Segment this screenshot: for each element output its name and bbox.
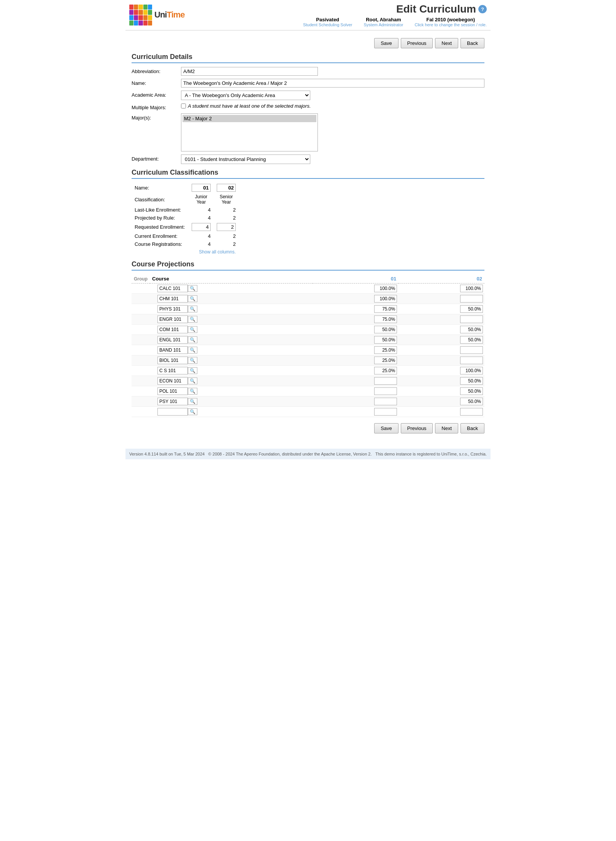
course-col2-input[interactable]: [460, 326, 483, 333]
course-col1-input[interactable]: [374, 367, 397, 374]
course-name-input[interactable]: [157, 357, 188, 364]
course-name-input[interactable]: [157, 336, 188, 344]
col1-name-input[interactable]: [192, 184, 211, 192]
course-name-input[interactable]: [157, 295, 188, 303]
course-search-button[interactable]: 🔍: [188, 367, 197, 374]
course-name-input[interactable]: [157, 326, 188, 333]
course-col1-cell: [313, 314, 398, 325]
course-col1-input[interactable]: [374, 346, 397, 354]
top-toolbar: Save Previous Next Back: [132, 38, 484, 48]
course-group-cell: [132, 355, 150, 366]
course-name-cell: 🔍: [150, 335, 313, 345]
majors-list[interactable]: M2 - Major 2: [181, 113, 318, 151]
page-title: Edit Curriculum ?: [303, 3, 487, 15]
show-all-columns-link[interactable]: Show all columns.: [192, 249, 236, 255]
course-col1-input[interactable]: [374, 315, 397, 323]
course-col1-input[interactable]: [374, 377, 397, 385]
next-button-top[interactable]: Next: [435, 38, 458, 48]
course-name-input[interactable]: [157, 346, 188, 354]
course-col2-input[interactable]: [460, 305, 483, 313]
multiple-majors-label[interactable]: A student must have at least one of the …: [181, 103, 484, 109]
course-search-button[interactable]: 🔍: [188, 408, 197, 415]
back-button-top[interactable]: Back: [460, 38, 484, 48]
course-col2-cell: [398, 376, 484, 386]
previous-button-top[interactable]: Previous: [401, 38, 433, 48]
course-col1-input[interactable]: [374, 408, 397, 416]
course-col2-input[interactable]: [460, 357, 483, 364]
multiple-majors-checkbox[interactable]: [181, 104, 186, 108]
course-reg-row: Course Registrations: 4 2: [132, 240, 239, 248]
course-col2-input[interactable]: [460, 295, 483, 303]
course-col2-input[interactable]: [460, 377, 483, 385]
course-group-cell: [132, 304, 150, 314]
course-col1-input[interactable]: [374, 336, 397, 344]
course-col1-input[interactable]: [374, 326, 397, 333]
major-item[interactable]: M2 - Major 2: [183, 115, 316, 122]
course-col1-input[interactable]: [374, 285, 397, 292]
course-col1-cell: [313, 355, 398, 366]
abbreviation-input[interactable]: [181, 67, 318, 76]
course-col2-input[interactable]: [460, 398, 483, 405]
academic-area-select[interactable]: A - The Woebegon's Only Academic Area: [181, 91, 310, 100]
course-name-input[interactable]: [157, 367, 188, 374]
course-search-button[interactable]: 🔍: [188, 295, 197, 302]
table-row: 🔍: [132, 407, 484, 417]
course-search-button[interactable]: 🔍: [188, 306, 197, 312]
course-search-button[interactable]: 🔍: [188, 357, 197, 364]
course-col2-input[interactable]: [460, 285, 483, 292]
course-name-input[interactable]: [157, 377, 188, 385]
majors-row: Major(s): M2 - Major 2: [132, 113, 484, 151]
table-row: 🔍: [132, 335, 484, 345]
course-projections-table: Group Course 01 02 🔍🔍🔍🔍🔍🔍🔍🔍🔍🔍🔍🔍🔍: [132, 274, 484, 417]
department-row: Department: 0101 - Student Instructional…: [132, 155, 484, 164]
help-icon[interactable]: ?: [478, 5, 487, 13]
course-col2-input[interactable]: [460, 346, 483, 354]
course-col2-input[interactable]: [460, 408, 483, 416]
course-name-input[interactable]: [157, 285, 188, 292]
course-col2-input[interactable]: [460, 387, 483, 395]
course-col2-cell: [398, 345, 484, 355]
course-search-button[interactable]: 🔍: [188, 388, 197, 395]
save-button-top[interactable]: Save: [374, 38, 398, 48]
course-name-cell: 🔍: [150, 294, 313, 304]
course-col1-cell: [313, 397, 398, 407]
course-name-cell: 🔍: [150, 386, 313, 397]
requested-col1-input[interactable]: [192, 223, 211, 231]
course-col2-input[interactable]: [460, 367, 483, 374]
next-button-bottom[interactable]: Next: [435, 423, 458, 433]
course-col1-cell: [313, 335, 398, 345]
course-group-cell: [132, 386, 150, 397]
course-col1-input[interactable]: [374, 387, 397, 395]
course-col2-cell: [398, 294, 484, 304]
course-col1-input[interactable]: [374, 305, 397, 313]
course-name-input[interactable]: [157, 305, 188, 313]
course-name-input[interactable]: [157, 387, 188, 395]
col2-name-input[interactable]: [217, 184, 236, 192]
requested-col2-input[interactable]: [217, 223, 236, 231]
course-name-input[interactable]: [157, 398, 188, 405]
course-col1-input[interactable]: [374, 398, 397, 405]
course-col1-input[interactable]: [374, 295, 397, 303]
table-row: 🔍: [132, 355, 484, 366]
course-search-button[interactable]: 🔍: [188, 285, 197, 292]
course-search-button[interactable]: 🔍: [188, 377, 197, 384]
previous-button-bottom[interactable]: Previous: [401, 423, 433, 433]
course-name-cell: 🔍: [150, 345, 313, 355]
course-search-button[interactable]: 🔍: [188, 326, 197, 333]
course-name-input[interactable]: [157, 315, 188, 323]
course-col2-input[interactable]: [460, 336, 483, 344]
course-search-button[interactable]: 🔍: [188, 336, 197, 343]
course-col1-cell: [313, 407, 398, 417]
course-name-cell: 🔍: [150, 376, 313, 386]
save-button-bottom[interactable]: Save: [374, 423, 398, 433]
back-button-bottom[interactable]: Back: [460, 423, 484, 433]
course-name-input[interactable]: [157, 408, 188, 416]
course-search-button[interactable]: 🔍: [188, 398, 197, 405]
course-col1-cell: [313, 294, 398, 304]
course-search-button[interactable]: 🔍: [188, 316, 197, 323]
course-col2-input[interactable]: [460, 315, 483, 323]
course-search-button[interactable]: 🔍: [188, 347, 197, 354]
name-input[interactable]: [181, 79, 484, 88]
department-select[interactable]: 0101 - Student Instructional Planning: [181, 155, 310, 164]
course-col1-input[interactable]: [374, 357, 397, 364]
